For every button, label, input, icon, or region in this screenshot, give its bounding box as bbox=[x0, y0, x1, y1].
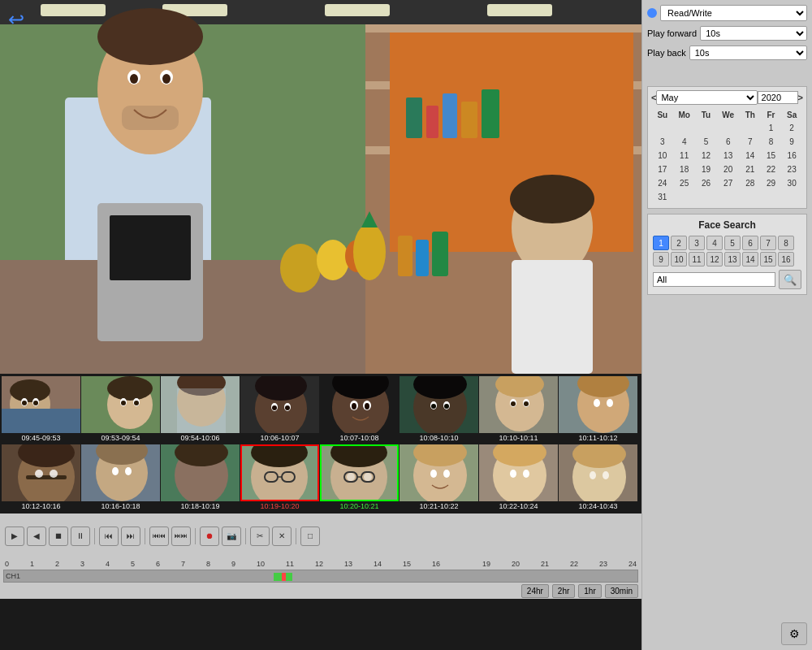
cal-day[interactable]: 14 bbox=[741, 150, 760, 162]
cal-day[interactable] bbox=[697, 122, 716, 134]
thumb-item[interactable]: 10:24-10:43 bbox=[559, 444, 637, 511]
cal-day[interactable] bbox=[717, 191, 739, 203]
cal-day[interactable]: 28 bbox=[741, 177, 760, 189]
cal-day[interactable]: 30 bbox=[782, 177, 801, 189]
cal-day[interactable]: 16 bbox=[782, 150, 801, 162]
cal-day[interactable]: 21 bbox=[741, 163, 760, 176]
face-num-14[interactable]: 14 bbox=[742, 252, 758, 266]
cal-day[interactable]: 6 bbox=[717, 136, 739, 148]
next-frame-button[interactable]: ⏭ bbox=[121, 526, 140, 546]
thumb-item[interactable]: 10:12-10:16 bbox=[2, 444, 80, 511]
face-all-input[interactable] bbox=[653, 272, 775, 287]
prev-frame-button[interactable]: ⏮ bbox=[99, 526, 119, 546]
face-num-10[interactable]: 10 bbox=[671, 252, 687, 266]
face-num-15[interactable]: 15 bbox=[760, 252, 776, 266]
fullscreen-button[interactable]: □ bbox=[300, 526, 320, 546]
cal-day[interactable]: 5 bbox=[697, 136, 716, 148]
face-num-5[interactable]: 5 bbox=[724, 236, 741, 250]
face-num-3[interactable]: 3 bbox=[689, 236, 705, 250]
face-num-2[interactable]: 2 bbox=[671, 236, 687, 250]
cal-day[interactable] bbox=[674, 122, 695, 134]
face-num-7[interactable]: 7 bbox=[760, 236, 776, 250]
cal-day[interactable]: 22 bbox=[762, 163, 781, 176]
thumb-item[interactable]: 10:22-10:24 bbox=[479, 444, 558, 511]
step-back-button[interactable]: ◀ bbox=[27, 526, 46, 546]
time-2hr-button[interactable]: 2hr bbox=[552, 584, 575, 598]
face-num-8[interactable]: 8 bbox=[778, 236, 794, 250]
close-button[interactable]: ✕ bbox=[272, 526, 292, 546]
thumb-item[interactable]: 09:53-09:54 bbox=[81, 376, 160, 443]
cal-day[interactable] bbox=[653, 122, 672, 134]
play-forward-select[interactable]: 10s 30s 1min bbox=[700, 26, 807, 41]
snapshot-button[interactable]: 📷 bbox=[222, 526, 241, 546]
face-num-4[interactable]: 4 bbox=[706, 236, 723, 250]
cal-day[interactable] bbox=[762, 191, 781, 203]
cal-day[interactable]: 25 bbox=[674, 177, 695, 189]
time-24hr-button[interactable]: 24hr bbox=[521, 584, 549, 598]
face-num-12[interactable]: 12 bbox=[706, 252, 723, 266]
cal-day[interactable]: 9 bbox=[782, 136, 801, 148]
thumb-item[interactable]: 10:16-10:18 bbox=[81, 444, 160, 511]
stop-button[interactable]: ⏹ bbox=[49, 526, 68, 546]
cal-day[interactable]: 8 bbox=[762, 136, 781, 148]
cal-day[interactable] bbox=[741, 122, 760, 134]
mode-radio[interactable] bbox=[647, 8, 657, 18]
thumb-item[interactable]: 09:45-09:53 bbox=[2, 376, 80, 443]
cal-day[interactable] bbox=[674, 191, 695, 203]
cal-month-select[interactable]: JanuaryFebruaryMarchApril MayJuneJulyAug… bbox=[656, 90, 757, 105]
play-button[interactable]: ▶ bbox=[5, 526, 24, 546]
cal-day cal-today-yellow[interactable]: 29 bbox=[762, 177, 781, 189]
time-1hr-button[interactable]: 1hr bbox=[578, 584, 601, 598]
face-num-6[interactable]: 6 bbox=[742, 236, 758, 250]
thumb-item-highlighted-green[interactable]: 10:20-10:21 bbox=[320, 444, 399, 511]
face-search-button[interactable]: 🔍 bbox=[779, 270, 801, 289]
thumb-item[interactable]: 10:06-10:07 bbox=[240, 376, 319, 443]
cal-day[interactable]: 11 bbox=[674, 150, 695, 162]
cal-day[interactable]: 1 bbox=[762, 122, 781, 134]
cal-day[interactable]: 12 bbox=[697, 150, 716, 162]
face-num-1[interactable]: 1 bbox=[653, 236, 669, 250]
pause-button[interactable]: ⏸ bbox=[71, 526, 90, 546]
thumb-item[interactable]: 09:54-10:06 bbox=[161, 376, 240, 443]
cal-day[interactable]: 7 bbox=[741, 136, 760, 148]
end-button[interactable]: ⏭⏭ bbox=[171, 526, 191, 546]
thumb-item[interactable]: 10:10-10:11 bbox=[479, 376, 558, 443]
cal-day cal-orange[interactable]: 23 bbox=[782, 163, 801, 176]
cal-day[interactable]: 26 bbox=[697, 177, 716, 189]
cal-day[interactable] bbox=[717, 122, 739, 134]
settings-button[interactable]: ⚙ bbox=[781, 622, 807, 645]
cal-day[interactable]: 24 bbox=[653, 177, 672, 189]
face-num-9[interactable]: 9 bbox=[653, 252, 669, 266]
mode-select[interactable]: Read/Write Read Only bbox=[660, 5, 807, 21]
face-num-13[interactable]: 13 bbox=[724, 252, 741, 266]
cal-next-button[interactable]: > bbox=[798, 93, 803, 102]
cal-day[interactable]: 20 bbox=[717, 163, 739, 176]
cal-day[interactable] bbox=[741, 191, 760, 203]
cal-day[interactable]: 2 bbox=[782, 122, 801, 134]
cal-day[interactable]: 18 bbox=[674, 163, 695, 176]
cal-day[interactable]: 10 bbox=[653, 150, 672, 162]
face-num-16[interactable]: 16 bbox=[778, 252, 794, 266]
start-button[interactable]: ⏮⏮ bbox=[149, 526, 169, 546]
cal-day[interactable]: 4 bbox=[674, 136, 695, 148]
back-arrow-button[interactable]: ↩ bbox=[8, 8, 24, 31]
time-30min-button[interactable]: 30min bbox=[605, 584, 638, 598]
timeline-track[interactable]: CH1 bbox=[3, 570, 638, 583]
cal-day[interactable]: 19 bbox=[697, 163, 716, 176]
thumb-item[interactable]: 10:18-10:19 bbox=[161, 444, 240, 511]
cal-day[interactable] bbox=[697, 191, 716, 203]
cal-day cal-today-blue[interactable]: 27 bbox=[717, 177, 739, 189]
play-back-select[interactable]: 10s 30s 1min bbox=[689, 46, 807, 60]
thumb-item-highlighted-red[interactable]: 10:19-10:20 bbox=[240, 444, 319, 511]
cal-day[interactable]: 17 bbox=[653, 163, 672, 176]
cal-day[interactable]: 13 bbox=[717, 150, 739, 162]
record-button[interactable]: ⏺ bbox=[200, 526, 219, 546]
clip-button[interactable]: ✂ bbox=[250, 526, 270, 546]
cal-day[interactable]: 3 bbox=[653, 136, 672, 148]
face-num-11[interactable]: 11 bbox=[689, 252, 705, 266]
cal-day[interactable]: 31 bbox=[653, 191, 672, 203]
thumb-item[interactable]: 10:21-10:22 bbox=[400, 444, 478, 511]
thumb-item[interactable]: 10:07-10:08 bbox=[320, 376, 399, 443]
thumb-item[interactable]: 10:11-10:12 bbox=[559, 376, 637, 443]
cal-day[interactable] bbox=[782, 191, 801, 203]
